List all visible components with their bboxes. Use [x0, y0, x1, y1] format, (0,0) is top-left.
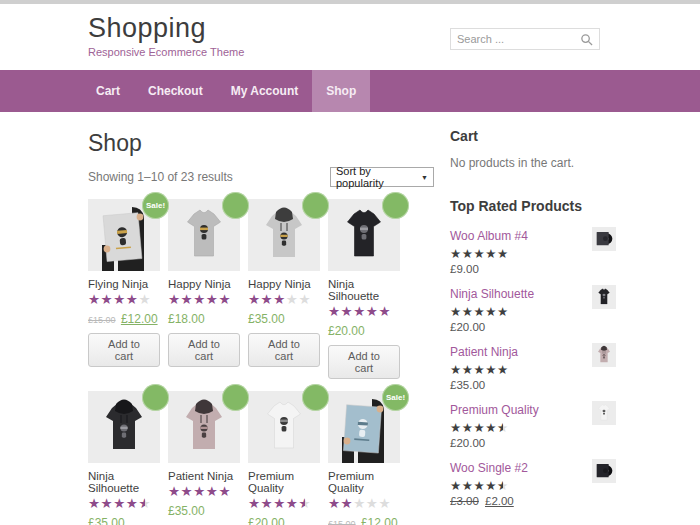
- sidebar: Cart No products in the cart. Top Rated …: [450, 112, 616, 525]
- product-link[interactable]: Woo Album #4: [450, 229, 528, 243]
- product-thumbnail[interactable]: [592, 401, 616, 425]
- star-rating: ★★★★★: [450, 360, 586, 378]
- sale-badge: Sale!: [142, 192, 169, 219]
- product-card: Happy Ninja ★★★★★ £35.00 Add to cart: [248, 199, 320, 379]
- current-price: £35.00: [88, 516, 125, 525]
- nav-item-my-account[interactable]: My Account: [217, 70, 313, 112]
- sale-badge: [302, 384, 329, 411]
- product-card: Sale! Premium Quality ★★★★★ £15.00 £12.0…: [328, 391, 400, 525]
- add-to-cart-button[interactable]: Add to cart: [168, 333, 240, 367]
- current-price: £9.00: [450, 263, 479, 275]
- current-price: £2.00: [485, 495, 514, 507]
- site-title[interactable]: Shopping: [88, 13, 244, 44]
- current-price: £20.00: [248, 516, 285, 525]
- current-price: £20.00: [450, 437, 485, 449]
- sale-badge: [302, 192, 329, 219]
- current-price: £35.00: [450, 379, 485, 391]
- nav-item-shop[interactable]: Shop: [312, 70, 370, 112]
- product-image[interactable]: Sale!: [328, 391, 400, 463]
- sale-badge: [382, 192, 409, 219]
- product-title[interactable]: Ninja Silhouette: [88, 470, 160, 494]
- product-price: £20.00: [328, 324, 400, 338]
- product-link[interactable]: Ninja Silhouette: [450, 287, 534, 301]
- product-price: £18.00: [168, 312, 240, 326]
- product-link[interactable]: Premium Quality: [450, 403, 539, 417]
- product-price: £20.00: [450, 437, 586, 449]
- chevron-down-icon: ▼: [421, 174, 428, 181]
- product-image[interactable]: Sale!: [88, 199, 160, 271]
- star-rating: ★★★★★: [328, 302, 400, 320]
- star-rating: ★★★★★: [248, 290, 320, 308]
- star-rating: ★★★★★: [168, 290, 240, 308]
- search-input[interactable]: [457, 33, 580, 45]
- product-image[interactable]: [248, 199, 320, 271]
- nav-item-cart[interactable]: Cart: [82, 70, 134, 112]
- product-price: £15.00 £12.00: [88, 312, 160, 326]
- product-grid: Sale! Flying Ninja ★★★★★ £15.00 £12.00 A…: [88, 199, 434, 525]
- top-rated-widget: Top Rated Products Woo Album #4 ★★★★★ £9…: [450, 198, 616, 507]
- product-card: Patient Ninja ★★★★★ £35.00 Add to cart: [168, 391, 240, 525]
- site-tagline: Responsive Ecommerce Theme: [88, 46, 244, 58]
- product-link[interactable]: Patient Ninja: [450, 345, 518, 359]
- star-rating: ★★★★★: [450, 244, 586, 262]
- product-title[interactable]: Premium Quality: [328, 470, 400, 494]
- top-rated-item: Woo Album #4 ★★★★★ £9.00: [450, 226, 616, 275]
- sort-dropdown-value: Sort by popularity: [336, 165, 421, 189]
- product-link[interactable]: Woo Single #2: [450, 461, 528, 475]
- product-price: £3.00 £2.00: [450, 495, 586, 507]
- product-thumbnail[interactable]: [592, 343, 616, 367]
- add-to-cart-button[interactable]: Add to cart: [248, 333, 320, 367]
- sale-badge: [222, 192, 249, 219]
- product-price: £15.00 £12.00: [328, 516, 400, 525]
- product-card: Ninja Silhouette ★★★★★ £20.00 Add to car…: [328, 199, 400, 379]
- site-header: Shopping Responsive Ecommerce Theme: [0, 4, 700, 70]
- top-rated-item: Woo Single #2 ★★★★★★ £3.00 £2.00: [450, 458, 616, 507]
- product-title[interactable]: Premium Quality: [248, 470, 320, 494]
- nav-item-checkout[interactable]: Checkout: [134, 70, 217, 112]
- top-rated-widget-title: Top Rated Products: [450, 198, 616, 214]
- star-rating: ★★★★★★: [450, 476, 586, 494]
- old-price: £3.00: [450, 495, 479, 507]
- product-title[interactable]: Flying Ninja: [88, 278, 160, 290]
- current-price: £12.00: [361, 516, 398, 525]
- current-price: £35.00: [248, 312, 285, 326]
- search-icon[interactable]: [580, 33, 593, 46]
- main-navigation: Cart Checkout My Account Shop: [0, 70, 700, 112]
- star-rating: ★★★★★: [450, 302, 586, 320]
- product-image[interactable]: [248, 391, 320, 463]
- current-price: £20.00: [328, 324, 365, 338]
- results-count: Showing 1–10 of 23 results: [88, 170, 233, 184]
- product-title[interactable]: Ninja Silhouette: [328, 278, 400, 302]
- site-branding: Shopping Responsive Ecommerce Theme: [88, 13, 244, 58]
- page-title: Shop: [88, 130, 434, 157]
- product-image[interactable]: [168, 199, 240, 271]
- cart-widget-title: Cart: [450, 128, 616, 144]
- product-thumbnail[interactable]: [592, 285, 616, 309]
- top-rated-item: Ninja Silhouette ★★★★★ £20.00: [450, 284, 616, 333]
- product-title[interactable]: Happy Ninja: [248, 278, 320, 290]
- product-card: Sale! Flying Ninja ★★★★★ £15.00 £12.00 A…: [88, 199, 160, 379]
- product-price: £35.00: [450, 379, 586, 391]
- product-price: £20.00: [248, 516, 320, 525]
- product-card: Happy Ninja ★★★★★ £18.00 Add to cart: [168, 199, 240, 379]
- add-to-cart-button[interactable]: Add to cart: [328, 345, 400, 379]
- product-price: £35.00: [168, 504, 240, 518]
- results-row: Showing 1–10 of 23 results Sort by popul…: [88, 167, 434, 187]
- star-rating: ★★★★★★: [450, 418, 586, 436]
- current-price: £35.00: [168, 504, 205, 518]
- product-thumbnail[interactable]: [592, 459, 616, 483]
- product-image[interactable]: [168, 391, 240, 463]
- search-box: [450, 28, 600, 50]
- add-to-cart-button[interactable]: Add to cart: [88, 333, 160, 367]
- product-price: £35.00: [248, 312, 320, 326]
- sale-badge: [142, 384, 169, 411]
- product-title[interactable]: Patient Ninja: [168, 470, 240, 482]
- star-rating: ★★★★★: [88, 290, 160, 308]
- sort-dropdown[interactable]: Sort by popularity ▼: [330, 167, 434, 187]
- product-title[interactable]: Happy Ninja: [168, 278, 240, 290]
- product-price: £20.00: [450, 321, 586, 333]
- product-image[interactable]: [328, 199, 400, 271]
- product-thumbnail[interactable]: [592, 227, 616, 251]
- top-rated-item: Patient Ninja ★★★★★ £35.00: [450, 342, 616, 391]
- product-image[interactable]: [88, 391, 160, 463]
